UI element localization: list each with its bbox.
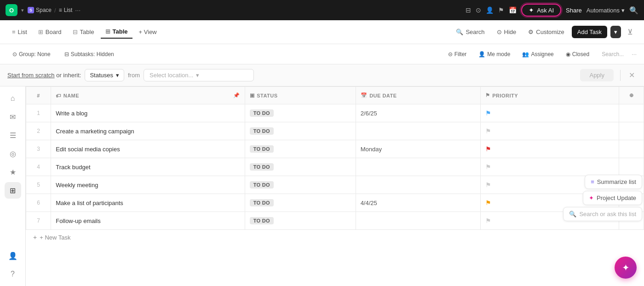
share-button[interactable]: Share bbox=[566, 7, 582, 14]
task-name-6[interactable]: Follow-up emails bbox=[56, 217, 101, 224]
project-update-button[interactable]: ✦ Project Update bbox=[583, 191, 642, 205]
table-row[interactable]: 5 Weekly meeting TO DO ⚑ bbox=[26, 176, 644, 194]
cell-name-3[interactable]: Track budget bbox=[51, 158, 245, 176]
automations-button[interactable]: Automations ▾ bbox=[586, 7, 625, 14]
assignee-button[interactable]: 👥 Assignee bbox=[518, 49, 558, 59]
task-name-3[interactable]: Track budget bbox=[56, 164, 90, 171]
tab-table[interactable]: ⊞ Table bbox=[101, 25, 132, 39]
filter-button[interactable]: ⊝ Filter bbox=[443, 49, 472, 59]
cell-priority-0[interactable]: ⚑ bbox=[480, 104, 619, 122]
ask-list-search[interactable]: 🔍 Search or ask this list bbox=[563, 207, 642, 221]
cell-due-4[interactable] bbox=[356, 176, 480, 194]
cell-status-0[interactable]: TO DO bbox=[245, 104, 356, 122]
filter-search[interactable]: Search... bbox=[597, 49, 629, 60]
app-logo[interactable]: O bbox=[6, 4, 17, 16]
flag-icon-1[interactable]: ⚑ bbox=[485, 127, 491, 135]
nav-space[interactable]: S Space bbox=[28, 7, 52, 13]
flag-icon-3[interactable]: ⚑ bbox=[485, 163, 491, 171]
cell-status-3[interactable]: TO DO bbox=[245, 158, 356, 176]
cell-due-1[interactable] bbox=[356, 122, 480, 140]
cell-status-1[interactable]: TO DO bbox=[245, 122, 356, 140]
task-name-1[interactable]: Create a marketing campaign bbox=[56, 128, 134, 135]
table-row[interactable]: 7 Follow-up emails TO DO ⚑ bbox=[26, 212, 644, 230]
cell-name-2[interactable]: Edit social media copies bbox=[51, 140, 245, 158]
sidebar-item-starred[interactable]: ★ bbox=[5, 164, 21, 180]
filter-icon[interactable]: ⊟ bbox=[466, 6, 471, 14]
col-header-status[interactable]: ▣ STATUS bbox=[245, 87, 356, 104]
cell-status-5[interactable]: TO DO bbox=[245, 194, 356, 212]
customize-button[interactable]: ⚙ Customize bbox=[523, 26, 569, 38]
table-row[interactable]: 4 Track budget TO DO ⚑ bbox=[26, 158, 644, 176]
ask-ai-button[interactable]: ✦ Ask AI bbox=[521, 4, 561, 17]
cell-due-3[interactable] bbox=[356, 158, 480, 176]
flag-icon-5[interactable]: ⚑ bbox=[485, 199, 491, 206]
me-mode-button[interactable]: 👤 Me mode bbox=[474, 49, 515, 59]
tab-table2[interactable]: ⊟ Table bbox=[68, 26, 99, 38]
sidebar-item-docs[interactable]: ☰ bbox=[5, 127, 21, 143]
expand-button[interactable]: ⊻ bbox=[624, 26, 637, 39]
group-chip[interactable]: ⊙ Group: None bbox=[7, 49, 56, 60]
table-row[interactable]: 6 Make a list of participants TO DO 4/4/… bbox=[26, 194, 644, 212]
task-name-4[interactable]: Weekly meeting bbox=[56, 182, 98, 189]
cell-status-2[interactable]: TO DO bbox=[245, 140, 356, 158]
cell-name-0[interactable]: Write a blog bbox=[51, 104, 245, 122]
add-col-icon[interactable]: ⊕ bbox=[629, 92, 634, 98]
nav-list[interactable]: ≡ List bbox=[59, 7, 73, 13]
cell-priority-2[interactable]: ⚑ bbox=[480, 140, 619, 158]
sidebar-item-home[interactable]: ⌂ bbox=[5, 90, 21, 107]
cell-due-6[interactable] bbox=[356, 212, 480, 230]
cell-status-4[interactable]: TO DO bbox=[245, 176, 356, 194]
inherit-close-button[interactable]: ✕ bbox=[627, 69, 637, 81]
cell-due-5[interactable]: 4/4/25 bbox=[356, 194, 480, 212]
cell-priority-3[interactable]: ⚑ bbox=[480, 158, 619, 176]
sidebar-item-help[interactable]: ? bbox=[5, 266, 21, 282]
col-header-priority[interactable]: ⚑ PRIORITY bbox=[480, 87, 619, 104]
cell-priority-1[interactable]: ⚑ bbox=[480, 122, 619, 140]
tab-list[interactable]: ≡ List bbox=[7, 26, 32, 38]
new-task-row[interactable]: + + New Task bbox=[26, 230, 644, 245]
subtasks-chip[interactable]: ⊟ Subtasks: Hidden bbox=[59, 49, 119, 60]
cell-due-2[interactable]: Monday bbox=[356, 140, 480, 158]
nav-more[interactable]: ··· bbox=[75, 6, 80, 14]
cell-status-6[interactable]: TO DO bbox=[245, 212, 356, 230]
user-icon[interactable]: 👤 bbox=[486, 6, 494, 14]
location-select[interactable]: Select location... ▾ bbox=[144, 69, 254, 81]
col-header-add[interactable]: ⊕ bbox=[619, 87, 644, 104]
cell-due-0[interactable]: 2/6/25 bbox=[356, 104, 480, 122]
name-col-pin[interactable]: 📌 bbox=[233, 92, 240, 98]
statuses-select[interactable]: Statuses ▾ bbox=[85, 69, 124, 81]
dots-icon[interactable]: ⊙ bbox=[476, 6, 481, 14]
tab-add-view[interactable]: + View bbox=[134, 26, 161, 38]
cell-name-6[interactable]: Follow-up emails bbox=[51, 212, 245, 230]
col-header-name[interactable]: 🏷 NAME 📌 bbox=[51, 87, 245, 104]
table-row[interactable]: 2 Create a marketing campaign TO DO bbox=[26, 122, 644, 140]
task-name-2[interactable]: Edit social media copies bbox=[56, 146, 120, 153]
closed-button[interactable]: ◉ Closed bbox=[561, 49, 594, 59]
topbar-search-icon[interactable]: 🔍 bbox=[629, 6, 638, 15]
sidebar-item-profile[interactable]: 👤 bbox=[5, 247, 21, 264]
sidebar-item-apps[interactable]: ⊞ bbox=[5, 182, 21, 199]
flag-icon-4[interactable]: ⚑ bbox=[485, 181, 491, 189]
calendar-icon-top[interactable]: 📅 bbox=[509, 6, 517, 14]
cell-name-1[interactable]: Create a marketing campaign bbox=[51, 122, 245, 140]
filter-more-dots[interactable]: ··· bbox=[632, 51, 637, 57]
cell-name-4[interactable]: Weekly meeting bbox=[51, 176, 245, 194]
search-button[interactable]: 🔍 Search bbox=[451, 26, 489, 38]
logo-chevron[interactable]: ▾ bbox=[21, 7, 24, 13]
add-task-button[interactable]: Add Task bbox=[572, 26, 607, 38]
inherit-scratch-link[interactable]: Start from scratch bbox=[7, 72, 55, 79]
ai-fab-button[interactable]: ✦ bbox=[615, 257, 637, 279]
table-row[interactable]: 1 Write a blog TO DO 2/6/25 ⚑ bbox=[26, 104, 644, 122]
summarize-list-button[interactable]: ≡ Summarize list bbox=[585, 175, 642, 189]
table-row[interactable]: 3 Edit social media copies TO DO Monday bbox=[26, 140, 644, 158]
cell-name-5[interactable]: Make a list of participants bbox=[51, 194, 245, 212]
flag-icon-0[interactable]: ⚑ bbox=[485, 109, 491, 117]
flag-icon-top[interactable]: ⚑ bbox=[498, 6, 504, 14]
task-name-5[interactable]: Make a list of participants bbox=[56, 200, 123, 206]
hide-button[interactable]: ⊙ Hide bbox=[492, 26, 521, 38]
add-task-chevron[interactable]: ▾ bbox=[610, 26, 621, 38]
flag-icon-2[interactable]: ⚑ bbox=[485, 145, 491, 153]
sidebar-item-activity[interactable]: ◎ bbox=[5, 145, 21, 162]
tab-board[interactable]: ⊞ Board bbox=[34, 26, 66, 38]
apply-button[interactable]: Apply bbox=[580, 69, 614, 81]
